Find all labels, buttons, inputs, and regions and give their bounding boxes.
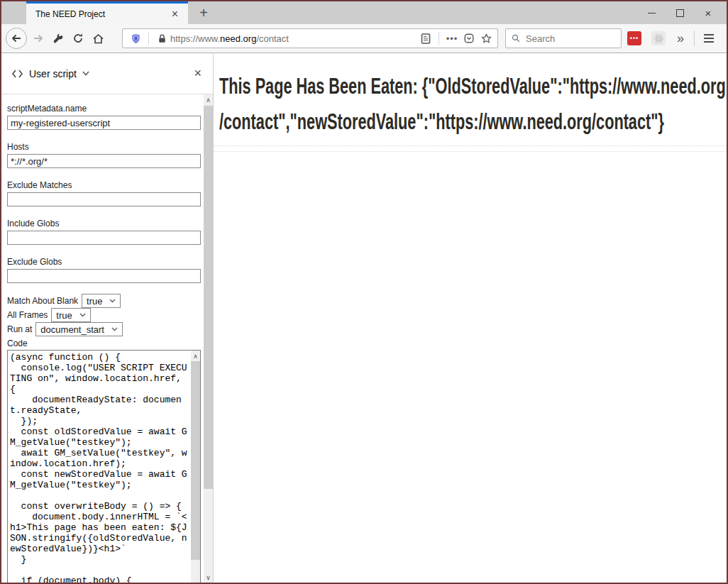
url-path: /contact <box>256 33 289 44</box>
pocket-icon[interactable] <box>460 30 478 47</box>
userscript-sidebar: User script × scriptMetadata.name Hosts … <box>1 53 214 583</box>
wrench-button[interactable] <box>48 28 68 48</box>
home-icon <box>92 33 104 45</box>
scroll-down-icon[interactable]: ∨ <box>204 572 213 583</box>
lastpass-dots-icon: ••• <box>630 35 639 42</box>
page-content: This Page Has Been Eaten: {"OldStoredVal… <box>214 53 727 583</box>
search-icon <box>512 33 520 43</box>
script-name-input[interactable] <box>7 116 201 130</box>
sidebar-header: User script × <box>1 53 213 94</box>
window-controls: × <box>637 1 722 24</box>
url-bar[interactable]: https://www.need.org/contact ••• <box>122 28 498 48</box>
code-brackets-icon <box>11 69 23 79</box>
toolbar-separator <box>694 31 695 46</box>
field-label-code: Code <box>7 338 213 348</box>
reader-mode-icon[interactable] <box>417 30 434 47</box>
hamburger-icon <box>704 34 714 35</box>
tab-strip: The NEED Project × + × <box>1 1 727 24</box>
new-tab-button[interactable]: + <box>194 1 214 24</box>
sidebar-scrollbar-thumb[interactable] <box>204 106 213 489</box>
all-frames-label: All Frames <box>7 310 48 320</box>
search-input[interactable] <box>526 33 615 44</box>
code-text[interactable]: (async function () { console.log("USER S… <box>8 351 200 583</box>
field-label-hosts: Hosts <box>7 142 213 152</box>
url-prefix: https://www. <box>170 33 220 44</box>
navigation-toolbar: https://www.need.org/contact ••• ••• » <box>1 24 727 53</box>
back-button[interactable] <box>6 28 27 49</box>
wrench-icon <box>53 33 64 44</box>
maximize-button[interactable] <box>666 1 694 24</box>
sidebar-close-icon[interactable]: × <box>189 66 206 81</box>
tracking-protection-shield-icon[interactable] <box>127 30 144 47</box>
sidebar-form: scriptMetadata.name Hosts Exclude Matche… <box>1 94 213 583</box>
window-close-button[interactable]: × <box>694 1 722 24</box>
home-button[interactable] <box>88 28 108 48</box>
sidebar-switcher-chevron-icon[interactable] <box>82 71 89 76</box>
select-chevron-icon <box>109 299 116 303</box>
heading-underline <box>214 145 727 146</box>
match-about-blank-row: Match About Blank true <box>7 294 213 308</box>
url-text[interactable]: https://www.need.org/contact <box>170 33 417 44</box>
urlbar-separator <box>148 32 149 45</box>
search-box[interactable] <box>505 28 622 48</box>
run-at-row: Run at document_start <box>7 322 213 336</box>
reload-icon <box>72 33 84 44</box>
back-arrow-icon <box>11 33 22 44</box>
lastpass-extension-button[interactable]: ••• <box>627 31 641 45</box>
select-chevron-icon <box>111 327 118 331</box>
run-at-value: document_start <box>40 324 104 335</box>
tab-the-need-project[interactable]: The NEED Project × <box>26 1 188 24</box>
forward-arrow-icon <box>33 33 44 44</box>
heading-underline <box>214 151 727 152</box>
urlbar-separator-2 <box>439 32 439 45</box>
content-area: User script × scriptMetadata.name Hosts … <box>1 53 727 583</box>
sidebar-title: User script <box>29 68 77 79</box>
run-at-select[interactable]: document_start <box>35 322 123 336</box>
page-heading: This Page Has Been Eaten: {"OldStoredVal… <box>219 69 721 140</box>
sidebar-scrollbar[interactable]: ∧ ∨ <box>204 94 213 583</box>
all-frames-row: All Frames true <box>7 308 213 322</box>
bookmark-star-icon[interactable] <box>478 30 495 47</box>
include-globs-input[interactable] <box>7 231 201 245</box>
hosts-input[interactable] <box>7 154 201 168</box>
code-editor[interactable]: (async function () { console.log("USER S… <box>7 350 201 583</box>
overflow-menu-button[interactable]: » <box>673 31 688 46</box>
browser-window: The NEED Project × + × <box>0 0 728 584</box>
exclude-matches-input[interactable] <box>7 192 201 206</box>
url-host: need.org <box>220 33 256 44</box>
field-label-exclude-matches: Exclude Matches <box>7 180 213 190</box>
field-label-include-globs: Include Globs <box>7 219 213 228</box>
page-actions-icon[interactable]: ••• <box>443 30 460 47</box>
reload-button[interactable] <box>68 28 88 48</box>
select-chevron-icon <box>79 313 86 317</box>
heading-line-1: This Page Has Been Eaten: {"OldStoredVal… <box>219 69 726 104</box>
react-devtools-extension-button[interactable] <box>651 31 666 45</box>
tab-close-icon[interactable]: × <box>167 8 182 21</box>
minimize-button[interactable] <box>637 1 666 24</box>
match-about-blank-value: true <box>87 296 102 307</box>
field-label-script-name: scriptMetadata.name <box>7 104 213 114</box>
atom-icon <box>653 33 664 44</box>
tab-title: The NEED Project <box>35 9 167 19</box>
maximize-icon <box>676 9 684 17</box>
all-frames-value: true <box>56 310 72 321</box>
match-about-blank-label: Match About Blank <box>7 296 78 306</box>
exclude-globs-input[interactable] <box>7 269 201 283</box>
heading-line-2: /contact","newStoredValue":"https://www.… <box>219 104 664 140</box>
hamburger-menu-button[interactable] <box>699 28 719 48</box>
code-scrollbar-thumb[interactable] <box>191 361 200 560</box>
forward-button[interactable] <box>28 28 48 48</box>
match-about-blank-select[interactable]: true <box>82 294 121 308</box>
scroll-up-icon[interactable]: ∧ <box>204 94 213 105</box>
run-at-label: Run at <box>7 324 32 334</box>
minimize-icon <box>648 13 656 13</box>
lock-icon[interactable] <box>153 30 170 47</box>
field-label-exclude-globs: Exclude Globs <box>7 257 213 267</box>
scroll-up-icon[interactable]: ∧ <box>191 351 200 361</box>
all-frames-select[interactable]: true <box>51 308 90 322</box>
heading-wrap: This Page Has Been Eaten: {"OldStoredVal… <box>214 53 727 145</box>
code-editor-scrollbar[interactable]: ∧ ∨ <box>191 351 200 583</box>
